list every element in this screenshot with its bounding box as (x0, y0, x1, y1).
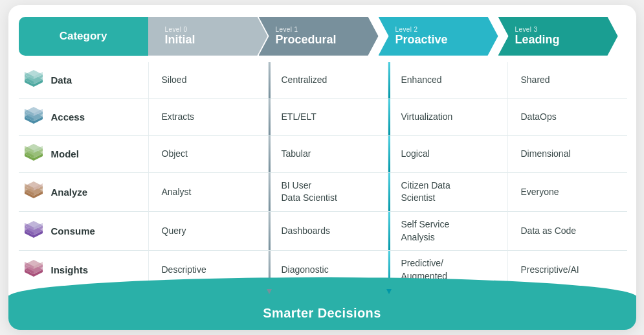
cell-data-l2: Enhanced (388, 62, 507, 99)
level0-name: Initial (165, 33, 259, 47)
header-row: Category Level 0 Initial Level 1 Procedu… (8, 5, 636, 62)
category-consume: Consume (19, 212, 148, 251)
model-icon (21, 143, 46, 166)
cell-consume-l2: Self Service Analysis (388, 212, 507, 251)
level0-header: Level 0 Initial (148, 17, 268, 56)
cell-analyze-l0: Analyst (148, 173, 268, 212)
cell-text-analyze-l2: Citizen Data Scientist (397, 179, 450, 205)
cell-model-l3: Dimensional (507, 136, 627, 173)
analyze-icon (21, 180, 46, 203)
data-icon (21, 69, 46, 92)
level3-header-cell: Level 3 Leading (507, 17, 627, 62)
level1-name: Procedural (276, 33, 370, 47)
cell-model-l0: Object (148, 136, 268, 173)
level1-header: Level 1 Procedural (259, 17, 379, 56)
cell-data-l3: Shared (507, 62, 627, 99)
level0-header-cell: Level 0 Initial (148, 17, 268, 62)
cell-text-data-l1: Centralized (278, 74, 328, 87)
cell-text-access-l1: ETL/ELT (278, 111, 316, 124)
cell-access-l0: Extracts (148, 99, 268, 136)
cell-access-l2: Virtualization (388, 99, 507, 136)
body-grid: Data SiloedCentralizedEnhancedShared Acc… (8, 62, 636, 290)
insights-icon (21, 259, 46, 282)
level3-name: Leading (515, 33, 609, 47)
main-card: Category Level 0 Initial Level 1 Procedu… (8, 5, 636, 330)
cell-data-l0: Siloed (148, 62, 268, 99)
cell-text-analyze-l3: Everyone (517, 186, 559, 199)
category-label-analyze: Analyze (51, 187, 88, 198)
cell-analyze-l3: Everyone (507, 173, 627, 212)
bottom-wave: Smarter Decisions (8, 295, 636, 330)
cell-consume-l1: Dashboards (268, 212, 388, 251)
level2-name: Proactive (395, 33, 489, 47)
level3-sub: Level 3 (515, 26, 609, 33)
cell-analyze-l1: BI User Data Scientist (268, 173, 388, 212)
cell-data-l1: Centralized (268, 62, 388, 99)
cell-text-access-l0: Extracts (158, 111, 195, 124)
category-analyze: Analyze (19, 173, 148, 212)
bottom-label: Smarter Decisions (263, 306, 381, 320)
cell-consume-l0: Query (148, 212, 268, 251)
cell-text-data-l2: Enhanced (397, 74, 442, 87)
cell-access-l3: DataOps (507, 99, 627, 136)
cell-analyze-l2: Citizen Data Scientist (388, 173, 507, 212)
cell-text-consume-l0: Query (158, 225, 186, 238)
cell-text-access-l3: DataOps (517, 111, 557, 124)
category-label-model: Model (51, 148, 79, 159)
cell-text-consume-l2: Self Service Analysis (397, 218, 450, 244)
cell-text-data-l3: Shared (517, 74, 550, 87)
consume-icon (21, 220, 46, 243)
category-data: Data (19, 62, 148, 99)
cell-text-data-l0: Siloed (158, 74, 187, 87)
cell-text-model-l3: Dimensional (517, 148, 571, 161)
category-access: Access (19, 99, 148, 136)
cell-text-analyze-l1: BI User Data Scientist (278, 179, 337, 205)
access-icon (21, 106, 46, 129)
level3-header: Level 3 Leading (498, 17, 618, 56)
category-header: Category (19, 17, 148, 56)
category-label-insights: Insights (51, 264, 89, 275)
cell-text-consume-l1: Dashboards (278, 225, 331, 238)
category-label: Category (60, 30, 107, 43)
cell-text-consume-l3: Data as Code (517, 225, 577, 238)
level1-header-cell: Level 1 Procedural (268, 17, 388, 62)
level2-sub: Level 2 (395, 26, 489, 33)
category-label-access: Access (51, 111, 85, 122)
cell-model-l1: Tabular (268, 136, 388, 173)
level2-header-cell: Level 2 Proactive (388, 17, 507, 62)
category-model: Model (19, 136, 148, 173)
cell-access-l1: ETL/ELT (268, 99, 388, 136)
cell-text-insights-l3: Prescriptive/AI (517, 264, 579, 277)
level1-sub: Level 1 (276, 26, 370, 33)
cell-text-analyze-l0: Analyst (158, 186, 192, 199)
cell-text-model-l1: Tabular (278, 148, 311, 161)
cell-model-l2: Logical (388, 136, 507, 173)
cell-text-insights-l1: Diagonostic (278, 264, 329, 277)
cell-text-insights-l0: Descriptive (158, 264, 206, 277)
cell-text-model-l0: Object (158, 148, 188, 161)
category-label-data: Data (51, 75, 72, 86)
cell-text-access-l2: Virtualization (397, 111, 453, 124)
level2-header: Level 2 Proactive (379, 17, 498, 56)
level0-sub: Level 0 (165, 26, 259, 33)
cell-text-model-l2: Logical (397, 148, 430, 161)
category-label-consume: Consume (51, 225, 95, 237)
category-header-cell: Category (19, 17, 148, 62)
cell-consume-l3: Data as Code (507, 212, 627, 251)
